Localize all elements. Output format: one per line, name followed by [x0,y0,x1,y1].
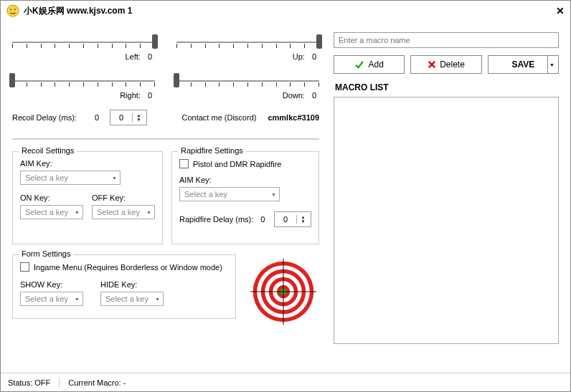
rapid-delay-label: Rapidfire Delay (ms): [179,215,253,224]
status-bar: Status: OFF Current Macro: - [1,373,570,391]
slider-right[interactable] [12,71,155,90]
recoil-delay-input[interactable] [110,110,132,125]
chevron-down-icon: ▼ [271,192,276,197]
spin-down-icon[interactable]: ▼ [133,118,145,122]
checkbox-icon [20,262,29,272]
recoil-legend: Recoil Settings [19,146,77,155]
spin-down-icon[interactable]: ▼ [297,219,309,224]
on-key-label: ON Key: [20,193,83,202]
aim-key-select[interactable]: Select a key▼ [20,171,121,185]
rapid-delay-value: 0 [260,215,265,224]
chevron-down-icon: ▼ [75,297,80,302]
checkbox-icon [179,159,189,168]
rapidfire-legend: Rapidfire Settings [178,146,246,155]
slider-up-value: 0 [312,52,316,61]
app-icon [6,4,19,17]
slider-down-label: Down: [283,91,305,100]
current-macro-text: Current Macro: - [68,378,126,387]
off-key-select[interactable]: Select a key▼ [92,205,155,219]
chevron-down-icon: ▼ [146,210,151,215]
aim-key-label: AIM Key: [20,159,155,168]
rapid-delay-spinner[interactable]: ▲▼ [274,211,311,227]
recoil-delay-label: Recoil Delay (ms): [12,113,84,122]
show-key-label: SHOW Key: [20,280,92,289]
add-button[interactable]: Add [334,55,405,74]
titlebar: 小K娱乐网 www.kjsv.com 1 ✕ [1,1,570,21]
slider-left-label: Left: [125,52,140,61]
save-button[interactable]: SAVE ▼ [488,55,559,74]
recoil-settings-group: Recoil Settings AIM Key: Select a key▼ O… [12,151,163,244]
ingame-menu-label: Ingame Menu (Requires Borderless or Wind… [34,263,222,272]
svg-point-1 [10,9,12,11]
chevron-down-icon[interactable]: ▼ [547,56,556,73]
hide-key-select[interactable]: Select a key▼ [100,292,164,306]
delete-button[interactable]: Delete [410,55,481,74]
divider [12,138,319,140]
right-column: Add Delete SAVE ▼ MACRO LIST [334,32,559,373]
slider-left-value: 0 [148,52,152,61]
svg-point-0 [7,5,19,16]
separator [59,377,60,388]
target-icon [250,259,316,325]
form-legend: Form Settings [19,249,73,258]
contact-label: Contact me (Discord) [182,113,257,122]
chevron-down-icon: ▼ [155,297,160,302]
off-key-label: OFF Key: [92,193,155,202]
close-icon[interactable]: ✕ [556,5,565,16]
slider-up-label: Up: [293,52,305,61]
slider-right-label: Right: [120,91,141,100]
left-column: Left:0 Up:0 [12,32,319,373]
macro-list-header: MACRO LIST [335,82,559,92]
rapidfire-settings-group: Rapidfire Settings Pistol and DMR Rapidf… [171,151,319,244]
show-key-select[interactable]: Select a key▼ [20,292,83,306]
form-settings-group: Form Settings Ingame Menu (Requires Bord… [12,254,236,319]
window-title: 小K娱乐网 www.kjsv.com 1 [24,5,132,17]
rapid-delay-input[interactable] [275,212,296,226]
slider-right-value: 0 [148,91,152,100]
macro-list[interactable] [334,97,559,344]
status-text: Status: OFF [8,378,50,387]
svg-point-2 [14,9,16,11]
rapidfire-checkbox[interactable]: Pistol and DMR Rapidfire [179,159,311,168]
recoil-delay-value: 0 [91,113,103,122]
content: Left:0 Up:0 [1,21,570,373]
hide-key-label: HIDE Key: [100,280,172,289]
slider-down-value: 0 [312,91,316,100]
slider-down[interactable] [176,71,319,90]
slider-up[interactable] [176,32,319,51]
slider-left[interactable] [12,32,155,51]
rapid-aim-select[interactable]: Select a key▼ [179,187,280,201]
ingame-menu-checkbox[interactable]: Ingame Menu (Requires Borderless or Wind… [20,262,228,272]
macro-name-input[interactable] [334,32,559,48]
on-key-select[interactable]: Select a key▼ [20,205,83,219]
rapid-aim-label: AIM Key: [179,176,311,184]
contact-value: cmmlkc#3109 [268,113,319,122]
chevron-down-icon: ▼ [112,176,117,181]
main-window: 小K娱乐网 www.kjsv.com 1 ✕ Left:0 [0,0,571,392]
rapidfire-checkbox-label: Pistol and DMR Rapidfire [193,160,282,168]
recoil-delay-spinner[interactable]: ▲▼ [110,110,147,125]
chevron-down-icon: ▼ [75,210,80,215]
x-icon [428,60,436,69]
check-icon [354,59,364,70]
